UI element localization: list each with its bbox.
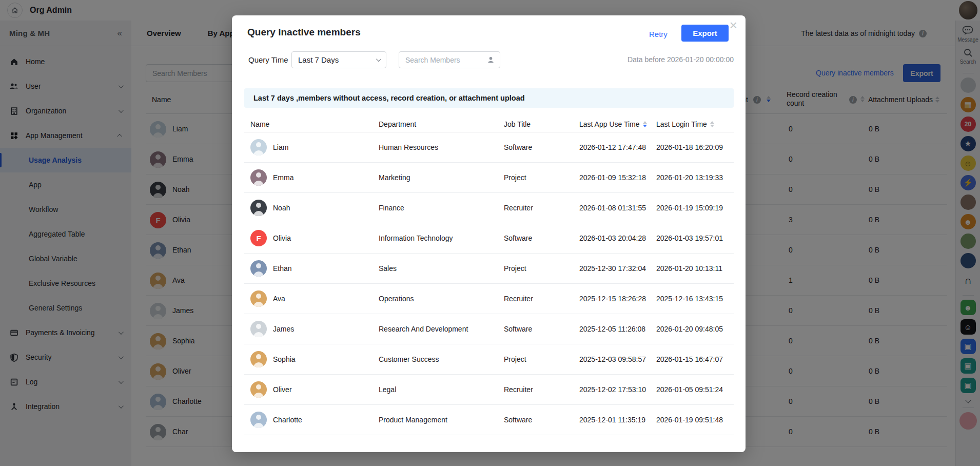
table-row[interactable]: James Research And Development Software … [244,314,734,344]
modal-title: Query inactive members [247,27,361,38]
table-row[interactable]: Emma Marketing Project 2026-01-09 15:32:… [244,163,734,193]
avatar: F [250,230,267,246]
avatar [250,169,267,186]
table-row[interactable]: Noah Finance Recruiter 2026-01-08 01:31:… [244,193,734,223]
table-row[interactable]: Oliver Legal Recruiter 2025-12-02 17:53:… [244,375,734,405]
column-header-department: Department [369,120,495,128]
avatar [250,412,267,428]
table-row[interactable]: Charlotte Product Management Software 20… [244,405,734,435]
avatar [250,290,267,307]
query-inactive-members-modal: × Query inactive members Retry Export Qu… [232,15,746,452]
export-button[interactable]: Export [681,25,729,42]
avatar [250,321,267,337]
query-time-select[interactable]: Last 7 Days [291,51,386,68]
chevron-down-icon [376,56,381,62]
table-row[interactable]: Ethan Sales Project 2025-12-30 17:32:04 … [244,254,734,284]
table-row[interactable]: FOlivia Information Technology Software … [244,223,734,254]
inactive-members-table: Name Department Job Title Last App Use T… [244,116,734,435]
table-row[interactable]: Ava Operations Recruiter 2025-12-15 18:2… [244,284,734,314]
column-header-job-title: Job Title [495,120,570,128]
column-header-last-app-use: Last App Use Time [570,120,647,128]
retry-button[interactable]: Retry [649,30,668,38]
avatar [250,139,267,156]
table-row[interactable]: Liam Human Resources Software 2026-01-12… [244,132,734,163]
query-time-label: Query Time [248,55,288,64]
person-icon [487,56,495,64]
avatar [250,381,267,398]
query-description-banner: Last 7 days ,members without access, rec… [244,88,734,108]
avatar [250,351,267,367]
search-members-input[interactable]: Search Members [399,51,500,68]
column-header-last-login: Last Login Time [647,120,734,128]
table-row[interactable]: Sophia Customer Success Project 2025-12-… [244,344,734,375]
data-before-label: Data before 2026-01-20 00:00:00 [628,55,734,64]
sort-last-login-control[interactable] [710,121,714,127]
column-header-name: Name [244,120,369,128]
sort-last-app-use-control[interactable] [643,121,647,127]
avatar [250,200,267,216]
org-admin-app: Org Admin Ming & MH « Home User [0,0,980,466]
avatar [250,260,267,277]
table-header: Name Department Job Title Last App Use T… [244,116,734,132]
